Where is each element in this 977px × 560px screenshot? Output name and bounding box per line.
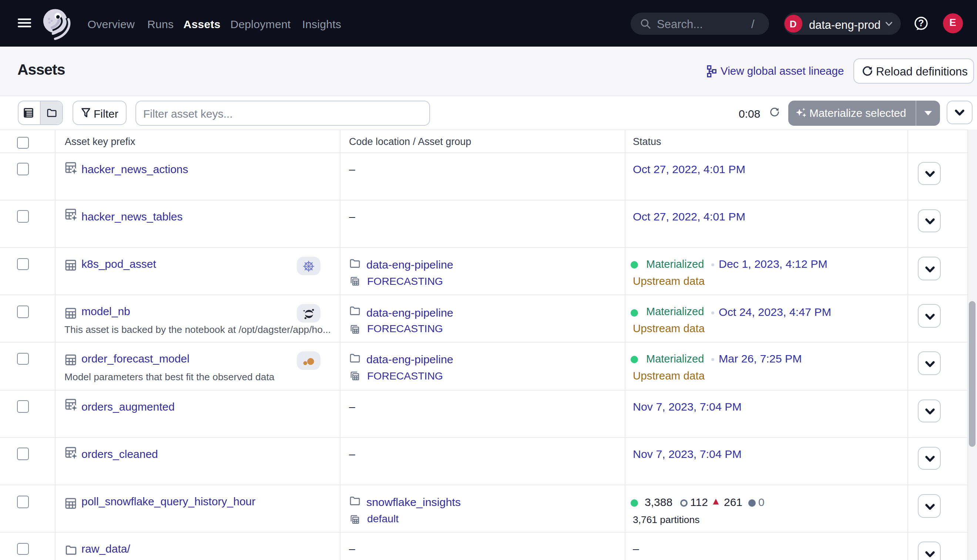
svg-text:?: ?: [918, 18, 924, 28]
